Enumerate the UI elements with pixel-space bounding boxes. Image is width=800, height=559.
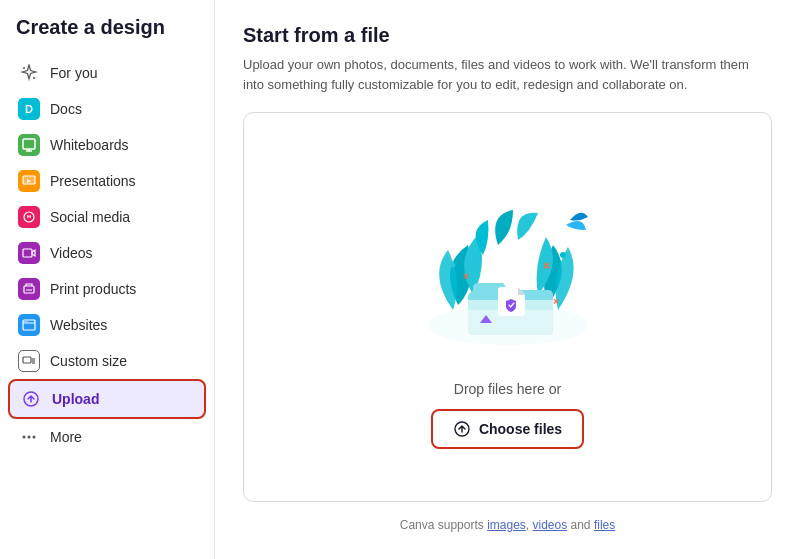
svg-rect-6 [23,249,32,257]
svg-point-18 [23,436,26,439]
presentations-icon [18,170,40,192]
svg-point-11 [24,321,25,322]
sidebar-item-for-you[interactable]: For you [8,55,206,91]
main-content: Start from a file Upload your own photos… [215,0,800,559]
docs-icon: D [18,98,40,120]
svg-point-12 [26,321,27,322]
footer-prefix: Canva supports [400,518,487,532]
sidebar-item-label: Websites [50,317,107,333]
sidebar-item-videos[interactable]: Videos [8,235,206,271]
sparkle-icon [18,62,40,84]
sidebar-item-more[interactable]: More [8,419,206,455]
sidebar-item-label: Presentations [50,173,136,189]
footer-images-link[interactable]: images [487,518,526,532]
social-media-icon [18,206,40,228]
sidebar-item-upload[interactable]: Upload [8,379,206,419]
svg-rect-2 [23,139,35,149]
svg-point-26 [450,263,455,268]
svg-rect-13 [23,357,31,363]
sidebar-item-label: Upload [52,391,99,407]
print-products-icon [18,278,40,300]
sidebar-title: Create a design [8,16,206,55]
page-title: Start from a file [243,24,772,47]
sidebar: Create a design For you D Docs Whiteboar… [0,0,215,559]
sidebar-item-presentations[interactable]: Presentations [8,163,206,199]
sidebar-item-print-products[interactable]: Print products [8,271,206,307]
sidebar-item-social-media[interactable]: Social media [8,199,206,235]
sidebar-item-label: Custom size [50,353,127,369]
svg-point-19 [28,436,31,439]
svg-point-0 [23,67,25,69]
svg-point-25 [560,252,566,258]
sidebar-item-label: Print products [50,281,136,297]
svg-text:×: × [543,259,550,273]
choose-files-button[interactable]: Choose files [431,409,584,449]
sidebar-item-label: Social media [50,209,130,225]
sidebar-item-label: Whiteboards [50,137,129,153]
sidebar-item-custom-size[interactable]: Custom size [8,343,206,379]
sidebar-item-label: More [50,429,82,445]
sidebar-item-websites[interactable]: Websites [8,307,206,343]
choose-files-label: Choose files [479,421,562,437]
sidebar-item-whiteboards[interactable]: Whiteboards [8,127,206,163]
choose-files-icon [453,420,471,438]
upload-icon [20,388,42,410]
more-icon [18,426,40,448]
svg-point-20 [33,436,36,439]
footer-files-link[interactable]: files [594,518,615,532]
footer-support-text: Canva supports images, videos and files [243,518,772,532]
videos-icon [18,242,40,264]
websites-icon [18,314,40,336]
drop-zone[interactable]: × × × Drop files here or Choose files [243,112,772,502]
sidebar-item-label: For you [50,65,97,81]
custom-size-icon [18,350,40,372]
svg-text:×: × [463,271,469,282]
svg-point-1 [33,77,35,79]
sidebar-item-docs[interactable]: D Docs [8,91,206,127]
upload-illustration: × × × [398,165,618,365]
page-description: Upload your own photos, documents, files… [243,55,772,94]
svg-text:×: × [553,296,559,307]
sidebar-item-label: Docs [50,101,82,117]
drop-label: Drop files here or [454,381,561,397]
footer-videos-link[interactable]: videos [533,518,568,532]
sidebar-item-label: Videos [50,245,93,261]
whiteboards-icon [18,134,40,156]
